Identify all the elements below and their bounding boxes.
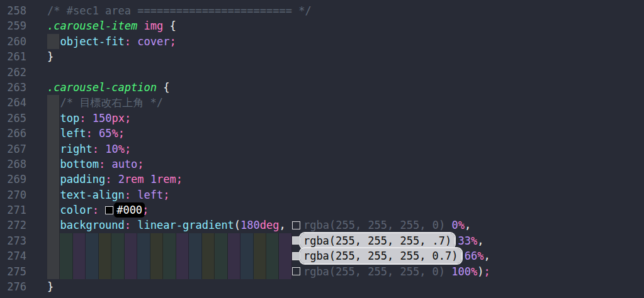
indent-guide-stripe [150,248,163,263]
token-plain [144,173,150,185]
indent-guide-stripe [279,248,291,263]
token-plain: } [47,280,54,293]
code-line[interactable]: 275rgba(255, 255, 255, 0) 100%); [0,264,644,279]
line-number: 269 [0,172,26,187]
indent-guide-block [47,187,60,202]
code-content: bottom: auto; [47,157,644,172]
token-prop: background [60,219,124,231]
token-num: 10 [105,143,118,155]
code-line[interactable]: 258/* #sec1 area =======================… [0,3,644,18]
code-line[interactable]: 266left: 65%; [0,126,644,141]
indent-guide-stripe [73,248,86,263]
color-picker-swatch[interactable] [292,252,300,260]
token-plain: { [157,81,169,94]
token-pink: : [105,173,111,185]
token-pink: % [471,265,477,278]
token-pink: ; [484,265,490,278]
code-line[interactable]: 272background: linear-gradient(180deg, r… [0,218,644,233]
token-pink: : [93,204,99,216]
indent-guide-stripe [202,264,215,279]
token-pink: rem [125,173,144,185]
color-picker-swatch[interactable] [292,221,300,229]
code-line[interactable]: 264/* 目標改右上角 */ [0,95,644,110]
token-plain [451,235,458,247]
token-plain: , [484,250,490,262]
token-selClass: .carousel-caption [47,81,157,94]
code-line[interactable]: 263.carousel-caption { [0,80,644,95]
color-picker-swatch[interactable] [105,206,113,214]
indent-rainbow-guides [47,264,292,279]
indent-guide-stripe [163,248,176,263]
code-content: left: 65%; [47,126,644,141]
indent-guide-stripe [47,233,60,248]
token-plain [99,204,105,216]
code-line[interactable]: 259.carousel-item img { [0,18,644,33]
code-line[interactable]: 268bottom: auto; [0,157,644,172]
color-picker-swatch[interactable] [292,267,300,275]
indent-guide-stripe [228,264,240,279]
token-num: 2 [118,173,125,185]
indent-guide-stripe [73,233,86,248]
code-content: text-align: left; [47,187,644,202]
code-line[interactable]: 276} [0,279,644,294]
code-line[interactable]: 262 [0,65,644,80]
token-num: 150 [93,112,112,124]
indent-guide-stripe [99,264,111,279]
code-line[interactable]: 265top: 150px; [0,111,644,126]
token-pink: px; [111,112,131,124]
token-dim: rgba(255, 255, 255, 0) [303,219,445,231]
indent-guide-stripe [266,264,279,279]
code-content: rgba(255, 255, 255, 0.7) 66%, [47,248,644,263]
line-number: 274 [0,248,26,263]
indent-guide-stripe [279,233,291,248]
line-number: 262 [0,65,26,80]
token-plain: } [47,50,54,63]
code-content: } [47,49,644,64]
code-line[interactable]: 261} [0,49,644,64]
code-line[interactable]: 260object-fit: cover; [0,34,644,49]
indent-guide-stripe [111,264,124,279]
indent-guide-stripe [215,233,227,248]
indent-guide-stripe [99,233,111,248]
code-line[interactable]: 269padding: 2rem 1rem; [0,172,644,187]
token-plain: { [163,19,176,32]
indent-guide-stripe [228,248,240,263]
indent-rainbow-guides [47,248,292,263]
code-line[interactable]: 267right: 10%; [0,141,644,157]
indent-guide-stripe [163,233,176,248]
code-content: .carousel-caption { [47,80,644,95]
line-number: 259 [0,18,26,33]
token-num: 100 [451,265,471,278]
token-num: 1 [150,173,157,185]
code-line[interactable]: 273rgba(255, 255, 255, .7) 33%, [0,233,644,248]
color-picker-swatch[interactable] [292,236,300,245]
indent-guide-stripe [86,264,98,279]
line-number: 260 [0,34,26,49]
token-pink: ; [142,204,149,216]
indent-guide-stripe [111,233,124,248]
indent-guide-block [47,126,60,141]
line-number: 273 [0,233,26,248]
code-line[interactable]: 274rgba(255, 255, 255, 0.7) 66%, [0,248,644,263]
token-num: 180 [240,219,260,231]
code-line[interactable]: 270text-align: left; [0,187,644,202]
token-prop: padding [60,173,105,185]
token-prop: text-align [60,189,124,201]
token-pink: ; [163,189,169,201]
indent-guide-stripe [86,248,98,263]
indent-guide-stripe [240,233,253,248]
line-number: 261 [0,49,26,64]
indent-guide-block [47,95,60,110]
token-val: left [137,189,163,201]
line-number: 268 [0,157,26,172]
token-plain [445,219,451,231]
indent-guide-stripe [240,264,253,279]
token-pink: % [458,219,465,231]
code-editor[interactable]: 258/* #sec1 area =======================… [0,0,644,298]
token-pink: : [93,143,99,155]
indent-guide-stripe [86,233,98,248]
indent-guide-stripe [60,248,72,263]
indent-guide-stripe [215,248,227,263]
code-line[interactable]: 271color: #000; [0,202,644,218]
indent-guide-block [47,111,60,126]
